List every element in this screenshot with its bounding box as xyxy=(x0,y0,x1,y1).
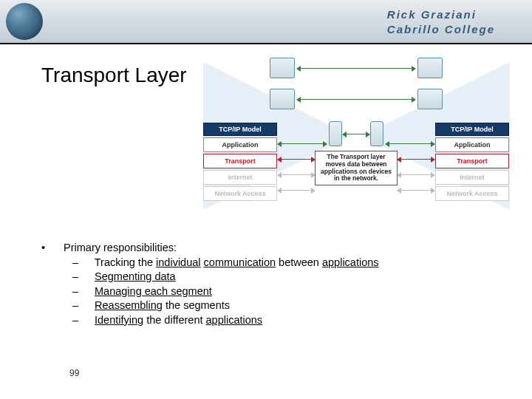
resp-reassembling: Reassembling the segments xyxy=(72,299,485,313)
arrow-internet-right xyxy=(401,174,431,175)
slide-title: Transport Layer xyxy=(41,64,187,87)
tcpip-stack-right: TCP/IP Model Application Transport Inter… xyxy=(435,123,509,201)
stack-header-right: TCP/IP Model xyxy=(435,123,509,136)
layer-transport-right: Transport xyxy=(435,154,509,168)
device-pc-mid-right-icon xyxy=(417,89,443,109)
institution-name: Cabrillo College xyxy=(387,22,495,37)
content-block: Primary responsibilities: Tracking the i… xyxy=(41,241,485,327)
arrow-internet-left xyxy=(282,174,311,175)
arrow-transport-left xyxy=(282,159,311,160)
intro-text: Primary responsibilities: xyxy=(64,242,177,253)
resp-tracking: Tracking the individual communication be… xyxy=(72,256,485,270)
layer-network-access-right: Network Access xyxy=(435,186,509,201)
arrow-devices-3 xyxy=(347,134,366,134)
layer-internet-right: Internet xyxy=(435,170,509,185)
layer-network-access-left: Network Access xyxy=(203,186,277,201)
sub-bullet-list: Tracking the individual communication be… xyxy=(72,256,485,328)
header-banner: Rick Graziani Cabrillo College xyxy=(0,0,532,44)
tcpip-stack-left: TCP/IP Model Application Transport Inter… xyxy=(203,123,277,201)
diagram-caption: The Transport layer moves data between a… xyxy=(315,151,398,185)
arrow-devices-2 xyxy=(301,99,412,100)
layer-application-left: Application xyxy=(203,137,277,152)
header-credits: Rick Graziani Cabrillo College xyxy=(387,7,495,36)
arrow-netaccess-left xyxy=(282,190,311,191)
slide-number: 99 xyxy=(69,368,79,378)
arrow-app-left xyxy=(282,143,323,144)
layer-internet-left: Internet xyxy=(203,170,277,185)
author-name: Rick Graziani xyxy=(387,7,495,22)
resp-managing: Managing each segment xyxy=(72,284,485,299)
arrow-transport-right xyxy=(401,159,431,160)
resp-identifying: Identifying the different applications xyxy=(72,313,485,328)
arrow-devices-1 xyxy=(301,68,412,69)
layer-transport-left: Transport xyxy=(203,154,277,168)
device-pc-mid-left-icon xyxy=(270,89,295,109)
resp-segmenting: Segmenting data xyxy=(72,270,485,284)
device-mobile-left-icon xyxy=(329,121,342,146)
device-mobile-right-icon xyxy=(370,121,383,146)
bullet-primary: Primary responsibilities: Tracking the i… xyxy=(41,241,485,327)
device-phone-top-left-icon xyxy=(270,58,295,78)
stack-header-left: TCP/IP Model xyxy=(203,123,277,136)
layer-application-right: Application xyxy=(435,137,509,152)
earth-icon xyxy=(6,3,43,40)
arrow-app-right xyxy=(389,143,431,144)
arrow-netaccess-right xyxy=(401,190,431,191)
device-phone-top-right-icon xyxy=(417,58,443,78)
transport-diagram: TCP/IP Model Application Transport Inter… xyxy=(203,55,510,225)
